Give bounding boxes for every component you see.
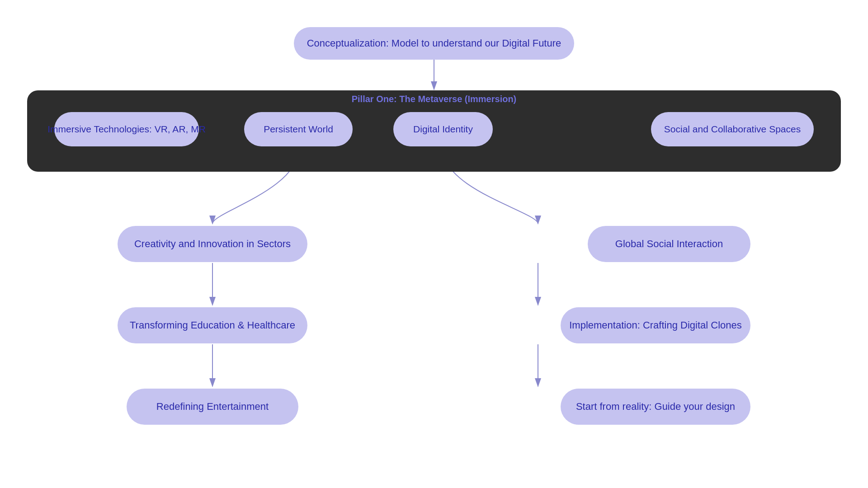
node-top: Conceptualization: Model to understand o…: [294, 27, 574, 60]
node-implementation: Implementation: Crafting Digital Clones: [561, 307, 750, 343]
node-global: Global Social Interaction: [588, 226, 750, 262]
node-persistent: Persistent World: [244, 112, 353, 146]
diagram-container: Conceptualization: Model to understand o…: [27, 18, 841, 470]
node-start: Start from reality: Guide your design: [561, 389, 750, 425]
pillar-label: Pillar One: The Metaverse (Immersion): [352, 94, 517, 104]
node-immersive: Immersive Technologies: VR, AR, MR: [54, 112, 199, 146]
node-social: Social and Collaborative Spaces: [651, 112, 814, 146]
node-transforming: Transforming Education & Healthcare: [118, 307, 307, 343]
node-redefining: Redefining Entertainment: [127, 389, 298, 425]
node-creativity: Creativity and Innovation in Sectors: [118, 226, 307, 262]
node-digital-identity: Digital Identity: [393, 112, 493, 146]
